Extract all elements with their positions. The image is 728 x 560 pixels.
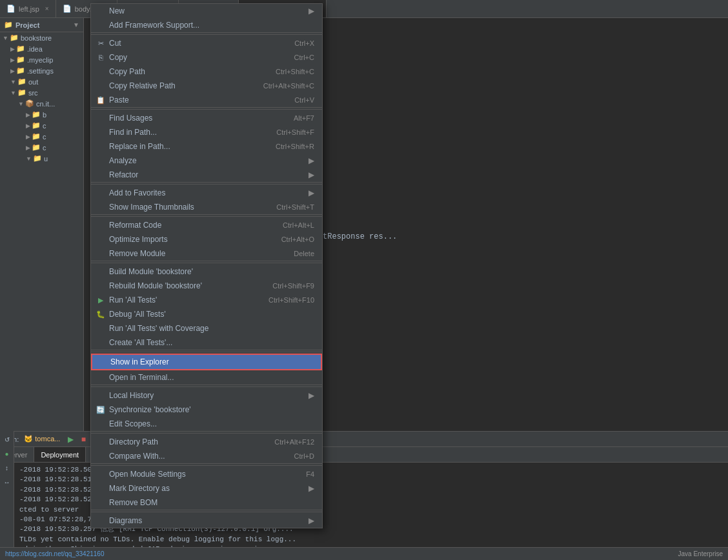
tree-label: c — [43, 144, 46, 152]
menu-item-mark-directory-as[interactable]: Mark Directory as ▶ — [91, 481, 322, 495]
menu-shortcut: Ctrl+V — [294, 96, 314, 104]
context-menu: New ▶ Add Framework Support... ✂ Cut Ctr… — [90, 3, 323, 528]
menu-shortcut: Ctrl+Alt+O — [281, 235, 314, 243]
menu-item-compare-with[interactable]: Compare With... Ctrl+D — [91, 449, 322, 464]
menu-item-synchronize[interactable]: 🔄 Synchronize 'bookstore' — [91, 403, 322, 417]
menu-separator — [91, 352, 322, 352]
menu-item-copy-path[interactable]: Copy Path Ctrl+Shift+C — [91, 65, 322, 79]
folder-icon: 📁 — [33, 154, 42, 163]
menu-item-directory-path[interactable]: Directory Path Ctrl+Alt+F12 — [91, 435, 322, 449]
run-panel-icon-3[interactable]: ↕ — [1, 462, 13, 474]
cut-icon: ✂ — [95, 39, 106, 48]
menu-label: Show in Explorer — [110, 357, 169, 366]
sidebar-dropdown-icon[interactable]: ▼ — [73, 21, 79, 28]
submenu-arrow-icon: ▶ — [308, 6, 314, 15]
menu-separator — [91, 433, 322, 434]
menu-separator — [91, 109, 322, 110]
menu-item-copy[interactable]: ⎘ Copy Ctrl+C — [91, 50, 322, 65]
folder-icon: 📁 — [10, 34, 19, 42]
folder-icon: 📁 — [16, 66, 25, 75]
menu-label: Add Framework Support... — [109, 21, 199, 30]
tree-item-b[interactable]: ▶ 📁 b — [0, 109, 83, 120]
menu-item-run-all-tests[interactable]: ▶ Run 'All Tests' Ctrl+Shift+F10 — [91, 293, 322, 307]
tree-arrow: ▶ — [10, 68, 15, 74]
menu-item-build-module[interactable]: Build Module 'bookstore' — [91, 265, 322, 279]
sidebar-title: Project — [15, 21, 39, 29]
menu-label: Local History — [109, 391, 154, 400]
tree-label: .myeclip — [27, 56, 53, 64]
menu-item-show-in-explorer[interactable]: Show in Explorer — [91, 354, 322, 370]
menu-item-edit-scopes[interactable]: Edit Scopes... — [91, 417, 322, 432]
menu-separator — [91, 512, 322, 512]
run-button[interactable]: ▶ — [65, 434, 76, 445]
menu-item-diagrams[interactable]: Diagrams ▶ — [91, 514, 322, 528]
menu-item-copy-relative-path[interactable]: Copy Relative Path Ctrl+Alt+Shift+C — [91, 79, 322, 93]
menu-item-paste[interactable]: 📋 Paste Ctrl+V — [91, 93, 322, 108]
menu-item-rebuild-module[interactable]: Rebuild Module 'bookstore' Ctrl+Shift+F9 — [91, 279, 322, 293]
run-config-label: 🐱 tomca... — [24, 435, 60, 443]
tree-label: bookstore — [21, 34, 52, 42]
menu-item-cut[interactable]: ✂ Cut Ctrl+X — [91, 36, 322, 50]
menu-item-new[interactable]: New ▶ — [91, 4, 322, 18]
run-panel-icon-2[interactable]: ● — [1, 448, 13, 459]
tree-item-cn[interactable]: ▼ 📦 cn.it... — [0, 98, 83, 109]
tree-item-settings[interactable]: ▶ 📁 .settings — [0, 65, 83, 76]
menu-item-add-framework[interactable]: Add Framework Support... — [91, 18, 322, 33]
run-panel-icon-4[interactable]: ↔ — [1, 476, 13, 488]
menu-item-find-in-path[interactable]: Find in Path... Ctrl+Shift+F — [91, 125, 322, 139]
tree-item-c3[interactable]: ▶ 📁 c — [0, 142, 83, 153]
menu-item-local-history[interactable]: Local History ▶ — [91, 388, 322, 403]
tab-left-jsp[interactable]: 📄 left.jsp × — [0, 0, 56, 17]
sidebar-header: 📁 Project ▼ — [0, 18, 83, 32]
tree-item-c1[interactable]: ▶ 📁 c — [0, 120, 83, 131]
menu-item-show-thumbnails[interactable]: Show Image Thumbnails Ctrl+Shift+T — [91, 200, 322, 215]
menu-label: Diagrams — [109, 516, 142, 525]
menu-item-run-with-coverage[interactable]: Run 'All Tests' with Coverage — [91, 321, 322, 335]
menu-item-open-in-terminal[interactable]: Open in Terminal... — [91, 370, 322, 385]
menu-item-optimize-imports[interactable]: Optimize Imports Ctrl+Alt+O — [91, 232, 322, 246]
menu-label: Debug 'All Tests' — [109, 310, 166, 319]
menu-label: Copy — [109, 53, 127, 62]
tree-item-bookstore[interactable]: ▼ 📁 bookstore — [0, 32, 83, 43]
tree-item-myeclip[interactable]: ▶ 📁 .myeclip — [0, 54, 83, 65]
menu-shortcut: Ctrl+Alt+L — [283, 221, 314, 229]
menu-label: Edit Scopes... — [109, 419, 157, 428]
menu-shortcut: Ctrl+Shift+F10 — [268, 296, 314, 304]
menu-item-replace-in-path[interactable]: Replace in Path... Ctrl+Shift+R — [91, 139, 322, 154]
menu-item-create-all-tests[interactable]: Create 'All Tests'... — [91, 335, 322, 350]
folder-icon: 📁 — [17, 88, 26, 97]
tree-item-u[interactable]: ▼ 📁 u — [0, 153, 83, 164]
tab-close-icon[interactable]: × — [45, 5, 49, 12]
menu-item-debug-all-tests[interactable]: 🐛 Debug 'All Tests' — [91, 307, 322, 321]
menu-label: Remove Module — [109, 249, 165, 258]
submenu-arrow-icon: ▶ — [308, 170, 314, 179]
tree-item-out[interactable]: ▼ 📁 out — [0, 76, 83, 87]
menu-label: Copy Relative Path — [109, 81, 176, 90]
run-panel-icon-1[interactable]: ↺ — [1, 434, 13, 445]
menu-item-analyze[interactable]: Analyze ▶ — [91, 154, 322, 168]
menu-item-remove-bom[interactable]: Remove BOM — [91, 495, 322, 510]
menu-shortcut: F4 — [306, 470, 314, 478]
menu-item-reformat-code[interactable]: Reformat Code Ctrl+Alt+L — [91, 218, 322, 232]
tree-item-src[interactable]: ▼ 📁 src — [0, 87, 83, 98]
bottom-tab-deployment[interactable]: Deployment — [34, 447, 86, 462]
tree-arrow: ▼ — [10, 90, 16, 96]
menu-label: Copy Path — [109, 67, 145, 76]
tree-label: b — [43, 111, 46, 119]
menu-label: Open in Terminal... — [109, 373, 174, 382]
menu-item-remove-module[interactable]: Remove Module Delete — [91, 246, 322, 261]
menu-label: Show Image Thumbnails — [109, 203, 194, 212]
tab-label: left.jsp — [19, 5, 39, 13]
menu-item-refactor[interactable]: Refactor ▶ — [91, 168, 322, 183]
folder-icon: 📁 — [16, 55, 25, 64]
menu-shortcut: Alt+F7 — [294, 114, 314, 122]
tree-item-c2[interactable]: ▶ 📁 c — [0, 131, 83, 142]
stop-button[interactable]: ■ — [78, 434, 88, 445]
run-side-icons: ↺ ● ↕ ↔ — [0, 431, 14, 560]
tree-item-idea[interactable]: ▶ 📁 .idea — [0, 43, 83, 54]
menu-item-find-usages[interactable]: Find Usages Alt+F7 — [91, 111, 322, 125]
menu-item-open-module-settings[interactable]: Open Module Settings F4 — [91, 467, 322, 481]
menu-label: Rebuild Module 'bookstore' — [109, 281, 202, 290]
folder-icon: 📁 — [32, 132, 41, 141]
menu-item-add-to-favorites[interactable]: Add to Favorites ▶ — [91, 186, 322, 200]
